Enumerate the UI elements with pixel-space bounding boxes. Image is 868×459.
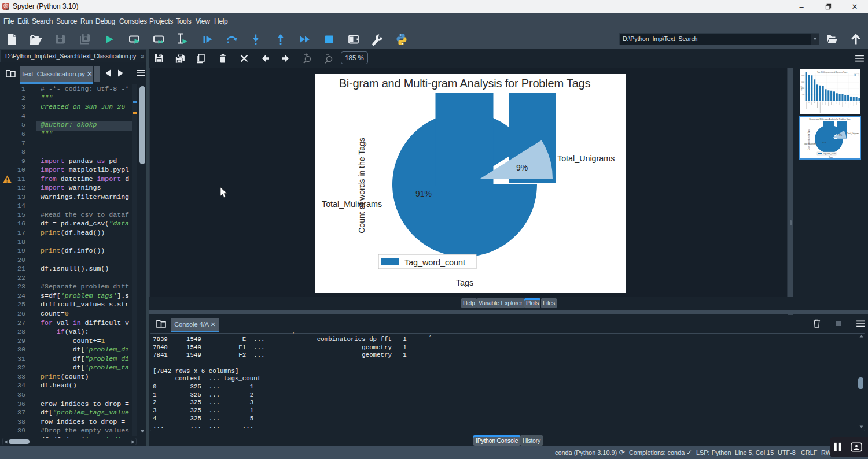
svg-text:Count of words in the Tags: Count of words in the Tags — [357, 138, 366, 234]
svg-text:count: count — [800, 86, 803, 90]
svg-text:91%: 91% — [822, 142, 826, 144]
svg-text:9%: 9% — [516, 163, 528, 172]
svg-text:Tags: Tags — [829, 156, 833, 158]
svg-text:200: 200 — [801, 94, 804, 96]
svg-text:800: 800 — [801, 75, 804, 77]
svg-text:9%: 9% — [839, 134, 842, 136]
svg-text:Tags: Tags — [456, 278, 473, 287]
svg-text:Total_Unigrams: Total_Unigrams — [847, 132, 859, 135]
svg-text:Tag_word_count: Tag_word_count — [404, 258, 465, 267]
svg-text:Total_Muligrams: Total_Muligrams — [804, 143, 816, 145]
svg-text:Count of words in the Tags: Count of words in the Tags — [808, 129, 810, 150]
svg-text:Tag_word_count: Tag_word_count — [823, 153, 836, 155]
svg-text:Bi-gram and Multi-gram Analysi: Bi-gram and Multi-gram Analysis for Prob… — [339, 77, 591, 90]
svg-text:Top 20 Unigrams and Bigrams Ta: Top 20 Unigrams and Bigrams Tags — [817, 71, 848, 73]
svg-text:91%: 91% — [415, 189, 432, 198]
svg-text:Total_Unigrams: Total_Unigrams — [557, 154, 615, 163]
svg-text:Bi-gram and Multi-gram Analysi: Bi-gram and Multi-gram Analysis for Prob… — [810, 118, 851, 120]
svg-text:Total_Muligrams: Total_Muligrams — [322, 199, 382, 209]
svg-text:600: 600 — [801, 81, 804, 83]
